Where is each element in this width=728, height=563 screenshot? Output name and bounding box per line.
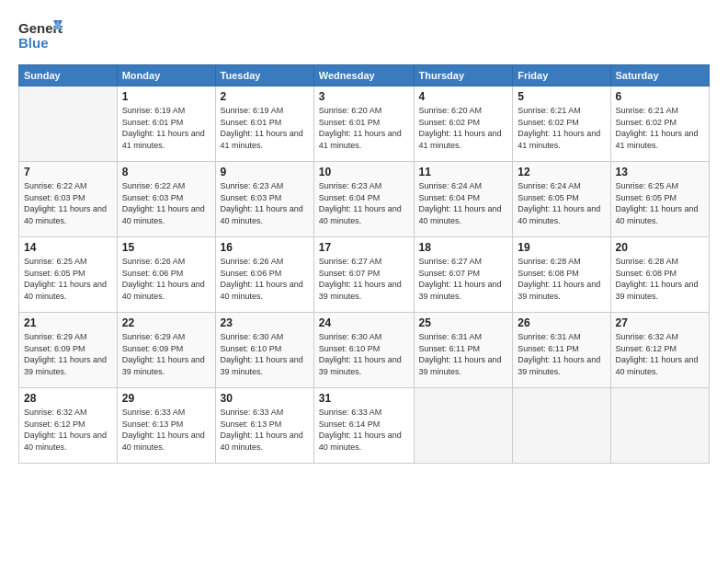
- day-detail: Sunrise: 6:27 AMSunset: 6:07 PMDaylight:…: [319, 256, 409, 302]
- header-row: SundayMondayTuesdayWednesdayThursdayFrid…: [19, 65, 710, 86]
- day-detail: Sunrise: 6:33 AMSunset: 6:14 PMDaylight:…: [319, 407, 409, 453]
- col-header-monday: Monday: [117, 65, 215, 86]
- day-detail: Sunrise: 6:32 AMSunset: 6:12 PMDaylight:…: [616, 331, 705, 377]
- day-number: 8: [122, 166, 210, 178]
- week-row-2: 14Sunrise: 6:25 AMSunset: 6:05 PMDayligh…: [19, 237, 710, 313]
- day-number: 9: [221, 166, 309, 178]
- day-detail: Sunrise: 6:19 AMSunset: 6:01 PMDaylight:…: [122, 105, 210, 151]
- day-number: 3: [319, 90, 409, 103]
- day-detail: Sunrise: 6:24 AMSunset: 6:04 PMDaylight:…: [419, 180, 508, 226]
- day-number: 23: [221, 316, 309, 329]
- day-number: 11: [419, 166, 508, 178]
- day-detail: Sunrise: 6:28 AMSunset: 6:08 PMDaylight:…: [518, 256, 605, 302]
- day-number: 5: [518, 90, 605, 103]
- day-detail: Sunrise: 6:23 AMSunset: 6:03 PMDaylight:…: [221, 180, 309, 226]
- day-detail: Sunrise: 6:32 AMSunset: 6:12 PMDaylight:…: [24, 407, 112, 453]
- svg-text:Blue: Blue: [18, 35, 49, 51]
- day-detail: Sunrise: 6:22 AMSunset: 6:03 PMDaylight:…: [24, 180, 112, 226]
- day-detail: Sunrise: 6:20 AMSunset: 6:01 PMDaylight:…: [319, 105, 409, 151]
- day-number: 1: [122, 90, 210, 103]
- calendar-cell: 20Sunrise: 6:28 AMSunset: 6:08 PMDayligh…: [610, 237, 710, 313]
- day-detail: Sunrise: 6:25 AMSunset: 6:05 PMDaylight:…: [24, 256, 112, 302]
- calendar-cell: 10Sunrise: 6:23 AMSunset: 6:04 PMDayligh…: [313, 162, 414, 237]
- week-row-3: 21Sunrise: 6:29 AMSunset: 6:09 PMDayligh…: [19, 313, 710, 388]
- header: General Blue: [18, 17, 710, 55]
- calendar-cell: 13Sunrise: 6:25 AMSunset: 6:05 PMDayligh…: [610, 162, 710, 237]
- calendar-cell: 31Sunrise: 6:33 AMSunset: 6:14 PMDayligh…: [313, 388, 414, 464]
- day-number: 27: [616, 316, 705, 329]
- calendar-cell: [610, 388, 710, 464]
- day-detail: Sunrise: 6:26 AMSunset: 6:06 PMDaylight:…: [221, 256, 309, 302]
- day-number: 12: [518, 166, 605, 178]
- day-detail: Sunrise: 6:22 AMSunset: 6:03 PMDaylight:…: [122, 180, 210, 226]
- day-number: 7: [24, 166, 112, 178]
- day-detail: Sunrise: 6:25 AMSunset: 6:05 PMDaylight:…: [616, 180, 705, 226]
- calendar-cell: 6Sunrise: 6:21 AMSunset: 6:02 PMDaylight…: [610, 86, 710, 162]
- col-header-wednesday: Wednesday: [313, 65, 414, 86]
- day-detail: Sunrise: 6:33 AMSunset: 6:13 PMDaylight:…: [221, 407, 309, 453]
- calendar-cell: 1Sunrise: 6:19 AMSunset: 6:01 PMDaylight…: [117, 86, 215, 162]
- page: General Blue SundayMondayTuesdayWednesda…: [0, 0, 728, 563]
- day-detail: Sunrise: 6:23 AMSunset: 6:04 PMDaylight:…: [319, 180, 409, 226]
- day-detail: Sunrise: 6:30 AMSunset: 6:10 PMDaylight:…: [319, 331, 409, 377]
- day-number: 18: [419, 241, 508, 254]
- day-detail: Sunrise: 6:24 AMSunset: 6:05 PMDaylight:…: [518, 180, 605, 226]
- calendar-cell: 15Sunrise: 6:26 AMSunset: 6:06 PMDayligh…: [117, 237, 215, 313]
- day-number: 29: [122, 392, 210, 405]
- day-number: 14: [24, 241, 112, 254]
- calendar-cell: 9Sunrise: 6:23 AMSunset: 6:03 PMDaylight…: [215, 162, 313, 237]
- col-header-thursday: Thursday: [414, 65, 513, 86]
- day-number: 21: [24, 316, 112, 329]
- calendar-cell: [414, 388, 513, 464]
- day-number: 31: [319, 392, 409, 405]
- day-detail: Sunrise: 6:28 AMSunset: 6:08 PMDaylight:…: [616, 256, 705, 302]
- calendar-cell: 22Sunrise: 6:29 AMSunset: 6:09 PMDayligh…: [117, 313, 215, 388]
- day-detail: Sunrise: 6:20 AMSunset: 6:02 PMDaylight:…: [419, 105, 508, 151]
- calendar-cell: 29Sunrise: 6:33 AMSunset: 6:13 PMDayligh…: [117, 388, 215, 464]
- day-number: 6: [616, 90, 705, 103]
- calendar-cell: 3Sunrise: 6:20 AMSunset: 6:01 PMDaylight…: [313, 86, 414, 162]
- calendar-cell: 30Sunrise: 6:33 AMSunset: 6:13 PMDayligh…: [215, 388, 313, 464]
- calendar-cell: 7Sunrise: 6:22 AMSunset: 6:03 PMDaylight…: [19, 162, 118, 237]
- calendar-cell: 27Sunrise: 6:32 AMSunset: 6:12 PMDayligh…: [610, 313, 710, 388]
- calendar-cell: [19, 86, 118, 162]
- week-row-0: 1Sunrise: 6:19 AMSunset: 6:01 PMDaylight…: [19, 86, 710, 162]
- day-detail: Sunrise: 6:29 AMSunset: 6:09 PMDaylight:…: [24, 331, 112, 377]
- calendar-cell: 23Sunrise: 6:30 AMSunset: 6:10 PMDayligh…: [215, 313, 313, 388]
- day-detail: Sunrise: 6:33 AMSunset: 6:13 PMDaylight:…: [122, 407, 210, 453]
- calendar-cell: 26Sunrise: 6:31 AMSunset: 6:11 PMDayligh…: [513, 313, 610, 388]
- calendar-cell: 5Sunrise: 6:21 AMSunset: 6:02 PMDaylight…: [513, 86, 610, 162]
- calendar-cell: [513, 388, 610, 464]
- day-number: 10: [319, 166, 409, 178]
- day-detail: Sunrise: 6:29 AMSunset: 6:09 PMDaylight:…: [122, 331, 210, 377]
- week-row-1: 7Sunrise: 6:22 AMSunset: 6:03 PMDaylight…: [19, 162, 710, 237]
- col-header-friday: Friday: [513, 65, 610, 86]
- calendar-cell: 21Sunrise: 6:29 AMSunset: 6:09 PMDayligh…: [19, 313, 118, 388]
- day-number: 26: [518, 316, 605, 329]
- day-number: 20: [616, 241, 705, 254]
- calendar-cell: 18Sunrise: 6:27 AMSunset: 6:07 PMDayligh…: [414, 237, 513, 313]
- day-number: 28: [24, 392, 112, 405]
- day-number: 2: [221, 90, 309, 103]
- calendar-cell: 8Sunrise: 6:22 AMSunset: 6:03 PMDaylight…: [117, 162, 215, 237]
- day-number: 25: [419, 316, 508, 329]
- week-row-4: 28Sunrise: 6:32 AMSunset: 6:12 PMDayligh…: [19, 388, 710, 464]
- calendar-cell: 28Sunrise: 6:32 AMSunset: 6:12 PMDayligh…: [19, 388, 118, 464]
- logo-icon: General Blue: [18, 17, 63, 55]
- calendar-cell: 12Sunrise: 6:24 AMSunset: 6:05 PMDayligh…: [513, 162, 610, 237]
- calendar-cell: 14Sunrise: 6:25 AMSunset: 6:05 PMDayligh…: [19, 237, 118, 313]
- calendar-cell: 16Sunrise: 6:26 AMSunset: 6:06 PMDayligh…: [215, 237, 313, 313]
- day-detail: Sunrise: 6:31 AMSunset: 6:11 PMDaylight:…: [419, 331, 508, 377]
- calendar-cell: 17Sunrise: 6:27 AMSunset: 6:07 PMDayligh…: [313, 237, 414, 313]
- day-detail: Sunrise: 6:21 AMSunset: 6:02 PMDaylight:…: [616, 105, 705, 151]
- col-header-saturday: Saturday: [610, 65, 710, 86]
- calendar-table: SundayMondayTuesdayWednesdayThursdayFrid…: [18, 64, 710, 464]
- day-number: 13: [616, 166, 705, 178]
- day-detail: Sunrise: 6:26 AMSunset: 6:06 PMDaylight:…: [122, 256, 210, 302]
- calendar-cell: 4Sunrise: 6:20 AMSunset: 6:02 PMDaylight…: [414, 86, 513, 162]
- calendar-cell: 24Sunrise: 6:30 AMSunset: 6:10 PMDayligh…: [313, 313, 414, 388]
- calendar-cell: 25Sunrise: 6:31 AMSunset: 6:11 PMDayligh…: [414, 313, 513, 388]
- day-number: 16: [221, 241, 309, 254]
- day-number: 17: [319, 241, 409, 254]
- day-number: 22: [122, 316, 210, 329]
